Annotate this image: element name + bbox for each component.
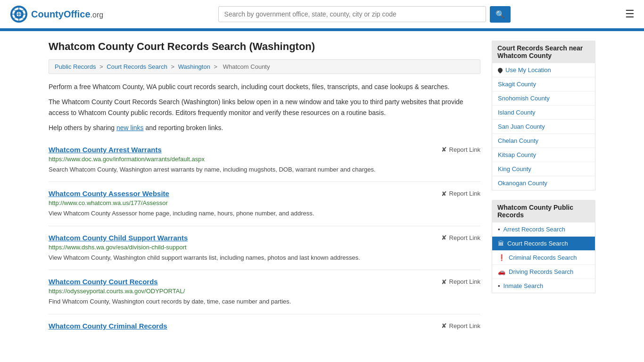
breadcrumb-court-records[interactable]: Court Records Search	[107, 63, 167, 70]
driving-icon: 🚗	[498, 268, 505, 275]
search-bar: 🔍	[218, 6, 511, 23]
report-icon: ✘	[441, 190, 447, 197]
breadcrumb: Public Records > Court Records Search > …	[49, 59, 480, 74]
result-title[interactable]: Whatcom County Child Support Warrants	[49, 234, 188, 242]
court-icon: 🏛	[498, 240, 504, 247]
skagit-county-link[interactable]: Skagit County	[498, 81, 536, 88]
search-input[interactable]	[218, 6, 486, 22]
driving-records-item[interactable]: 🚗 Driving Records Search	[492, 265, 595, 279]
report-link[interactable]: ✘ Report Link	[441, 322, 480, 329]
result-url[interactable]: https://odysseyportal.courts.wa.gov/ODYP…	[49, 288, 480, 295]
list-item[interactable]: Skagit County	[492, 77, 595, 91]
report-icon: ✘	[441, 146, 447, 153]
arrest-records-item[interactable]: ▪ Arrest Records Search	[492, 222, 595, 237]
criminal-records-link[interactable]: Criminal Records Search	[509, 254, 577, 261]
report-icon: ✘	[441, 234, 447, 241]
page-title: Whatcom County Court Records Search (Was…	[49, 41, 480, 53]
result-url[interactable]: http://www.co.whatcom.wa.us/177/Assessor	[49, 199, 480, 206]
okanogan-county-link[interactable]: Okanogan County	[498, 180, 547, 187]
report-link[interactable]: ✘ Report Link	[441, 278, 480, 286]
nearby-list: Use My Location Skagit County Snohomish …	[492, 63, 595, 190]
search-button[interactable]: 🔍	[490, 6, 511, 23]
result-item: Whatcom County Assessor Website ✘ Report…	[49, 182, 480, 226]
logo-icon	[9, 5, 28, 24]
chelan-county-link[interactable]: Chelan County	[498, 137, 538, 144]
court-records-item[interactable]: 🏛 Court Records Search	[492, 237, 595, 251]
report-icon: ✘	[441, 278, 447, 286]
report-icon: ✘	[441, 322, 447, 329]
report-link[interactable]: ✘ Report Link	[441, 234, 480, 241]
description-3: Help others by sharing new links and rep…	[49, 123, 480, 133]
public-records-section: Whatcom County Public Records ▪ Arrest R…	[492, 200, 595, 293]
list-item[interactable]: Snohomish County	[492, 91, 595, 106]
arrest-records-link[interactable]: Arrest Records Search	[504, 226, 566, 233]
result-title[interactable]: Whatcom County Criminal Records	[49, 322, 167, 330]
breadcrumb-current: Whatcom County	[223, 63, 270, 70]
main-container: Whatcom County Court Records Search (Was…	[39, 31, 605, 349]
result-desc: Find Whatcom County, Washington court re…	[49, 297, 480, 306]
location-icon	[497, 66, 504, 73]
result-item: Whatcom County Child Support Warrants ✘ …	[49, 226, 480, 271]
description-2: The Whatcom County Court Records Search …	[49, 97, 480, 118]
result-desc: View Whatcom County, Washington child su…	[49, 253, 480, 263]
menu-button[interactable]: ☰	[625, 8, 635, 20]
new-links-link[interactable]: new links	[116, 124, 144, 132]
list-item[interactable]: King County	[492, 162, 595, 176]
criminal-icon: ❗	[498, 254, 505, 261]
king-county-link[interactable]: King County	[498, 165, 531, 173]
public-records-heading: Whatcom County Public Records	[492, 200, 595, 222]
description-1: Perform a free Whatcom County, WA public…	[49, 82, 480, 92]
result-header: Whatcom County Arrest Warrants ✘ Report …	[49, 146, 480, 154]
nearby-section: Court Records Search near Whatcom County…	[492, 41, 595, 190]
inmate-icon: ▪	[498, 282, 500, 289]
logo[interactable]: CountyOffice.org	[9, 5, 103, 24]
criminal-records-item[interactable]: ❗ Criminal Records Search	[492, 251, 595, 265]
results-list: Whatcom County Arrest Warrants ✘ Report …	[49, 138, 480, 339]
result-url[interactable]: https://www.dshs.wa.gov/esa/division-chi…	[49, 244, 480, 251]
inmate-search-item[interactable]: ▪ Inmate Search	[492, 279, 595, 293]
result-header: Whatcom County Child Support Warrants ✘ …	[49, 234, 480, 242]
result-desc: Search Whatcom County, Washington arrest…	[49, 165, 480, 174]
list-item[interactable]: Okanogan County	[492, 176, 595, 190]
report-link[interactable]: ✘ Report Link	[441, 146, 480, 153]
san-juan-county-link[interactable]: San Juan County	[498, 123, 545, 130]
snohomish-county-link[interactable]: Snohomish County	[498, 95, 550, 102]
result-item: Whatcom County Criminal Records ✘ Report…	[49, 314, 480, 339]
list-item[interactable]: Island County	[492, 106, 595, 120]
breadcrumb-public-records[interactable]: Public Records	[55, 63, 96, 70]
content-area: Whatcom County Court Records Search (Was…	[49, 41, 480, 339]
result-item: Whatcom County Court Records ✘ Report Li…	[49, 270, 480, 314]
use-my-location-link[interactable]: Use My Location	[505, 66, 551, 74]
driving-records-link[interactable]: Driving Records Search	[509, 268, 573, 275]
result-title[interactable]: Whatcom County Court Records	[49, 278, 158, 286]
breadcrumb-washington[interactable]: Washington	[178, 63, 210, 70]
result-header: Whatcom County Assessor Website ✘ Report…	[49, 189, 480, 197]
result-item: Whatcom County Arrest Warrants ✘ Report …	[49, 138, 480, 182]
result-desc: View Whatcom County Assessor home page, …	[49, 209, 480, 218]
use-my-location-item[interactable]: Use My Location	[492, 63, 595, 77]
list-item[interactable]: Chelan County	[492, 134, 595, 148]
list-item[interactable]: Kitsap County	[492, 148, 595, 162]
logo-text: CountyOffice.org	[31, 9, 103, 20]
site-header: CountyOffice.org 🔍 ☰	[0, 0, 644, 30]
sidebar: Court Records Search near Whatcom County…	[492, 41, 595, 339]
public-records-list: ▪ Arrest Records Search 🏛 Court Records …	[492, 222, 595, 293]
result-title[interactable]: Whatcom County Arrest Warrants	[49, 146, 162, 154]
list-item[interactable]: San Juan County	[492, 120, 595, 134]
result-header: Whatcom County Criminal Records ✘ Report…	[49, 322, 480, 330]
island-county-link[interactable]: Island County	[498, 109, 536, 116]
result-url[interactable]: https://www.doc.wa.gov/information/warra…	[49, 156, 480, 163]
inmate-search-link[interactable]: Inmate Search	[504, 282, 544, 289]
header-right: ☰	[625, 8, 635, 20]
nearby-heading: Court Records Search near Whatcom County	[492, 41, 595, 63]
result-header: Whatcom County Court Records ✘ Report Li…	[49, 278, 480, 286]
arrest-icon: ▪	[498, 226, 500, 233]
result-title[interactable]: Whatcom County Assessor Website	[49, 189, 169, 197]
kitsap-county-link[interactable]: Kitsap County	[498, 151, 536, 158]
report-link[interactable]: ✘ Report Link	[441, 190, 480, 197]
court-records-link[interactable]: Court Records Search	[507, 240, 568, 247]
